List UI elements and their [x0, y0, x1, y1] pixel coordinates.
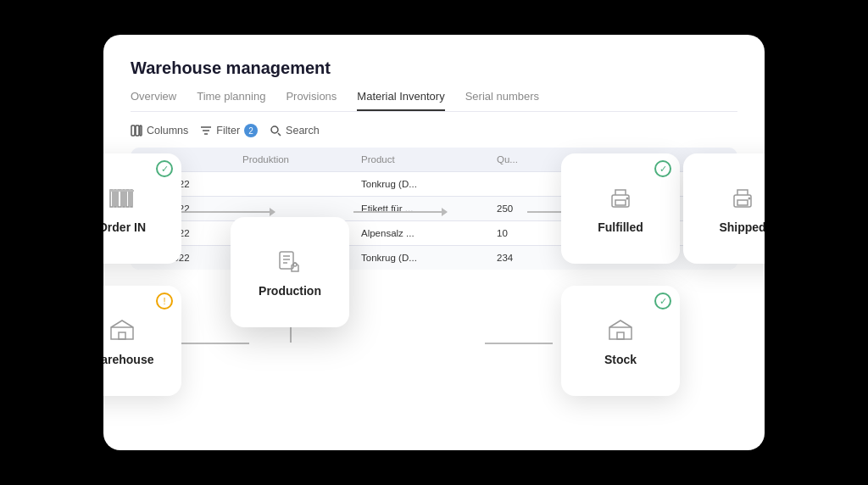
card-stock[interactable]: ✓ Stock: [561, 286, 680, 396]
production-icon: [275, 247, 305, 277]
barcode-icon: [107, 183, 137, 214]
columns-label: Columns: [147, 125, 188, 137]
toolbar: Columns Filter 2 Search: [131, 124, 737, 137]
print-icon: [605, 183, 636, 214]
card-fulfilled-label: Fulfilled: [598, 220, 643, 234]
cell-product: Etikett für ...: [361, 203, 497, 214]
filter-badge: 2: [244, 124, 258, 137]
svg-rect-15: [615, 200, 626, 205]
cell-qty: 250: [497, 203, 565, 214]
col-product: Product: [361, 154, 497, 164]
svg-rect-10: [110, 190, 134, 192]
cell-qty: [497, 179, 565, 189]
shipped-print-icon: [727, 183, 758, 214]
card-warehouse[interactable]: ! Warehouse: [103, 286, 181, 396]
col-produktion: Produktion: [242, 154, 361, 164]
card-order-in-label: Order IN: [103, 220, 146, 234]
svg-rect-8: [126, 190, 129, 207]
connector-line: [181, 343, 249, 344]
card-stock-label: Stock: [604, 353, 637, 366]
columns-button[interactable]: Columns: [131, 125, 188, 137]
tabs-nav: Overview Time planning Provisions Materi…: [131, 90, 737, 112]
status-badge-fulfilled: ✓: [654, 160, 671, 177]
svg-rect-11: [119, 332, 125, 339]
svg-rect-4: [110, 190, 113, 207]
search-button[interactable]: Search: [270, 125, 320, 137]
svg-point-20: [748, 198, 751, 200]
card-production[interactable]: Production: [231, 217, 349, 327]
svg-rect-1: [136, 125, 139, 136]
svg-point-3: [271, 126, 278, 133]
cell-prod: [242, 179, 361, 189]
status-badge-order-in: ✓: [156, 160, 173, 177]
card-shipped-label: Shipped: [719, 220, 765, 234]
svg-rect-17: [617, 332, 624, 339]
svg-rect-5: [114, 190, 116, 207]
col-qty: Qu...: [497, 154, 565, 164]
tab-overview[interactable]: Overview: [131, 90, 176, 111]
card-warehouse-label: Warehouse: [103, 353, 153, 366]
filter-label: Filter: [216, 125, 240, 137]
filter-button[interactable]: Filter 2: [200, 124, 258, 137]
page-title: Warehouse management: [131, 59, 737, 78]
tab-serial-numbers[interactable]: Serial numbers: [465, 90, 539, 111]
search-label: Search: [286, 125, 320, 137]
tab-provisions[interactable]: Provisions: [286, 90, 337, 111]
cell-product: Tonkrug (D...: [361, 253, 497, 263]
svg-rect-6: [118, 190, 121, 207]
cell-qty: 234: [497, 253, 565, 263]
stock-warehouse-icon: [605, 315, 636, 346]
svg-rect-7: [123, 190, 125, 207]
main-card: Warehouse management Overview Time plann…: [103, 35, 765, 450]
svg-rect-0: [131, 125, 135, 136]
card-order-in[interactable]: ✓ Order IN: [103, 153, 181, 264]
svg-point-16: [626, 198, 629, 200]
warehouse-icon: [107, 315, 137, 346]
svg-rect-2: [140, 125, 142, 136]
svg-point-13: [293, 263, 297, 266]
svg-rect-9: [131, 190, 132, 207]
svg-rect-19: [737, 200, 748, 205]
cell-product: Alpensalz ...: [361, 228, 497, 238]
card-shipped[interactable]: ✓ Shipped: [683, 153, 765, 264]
tab-material-inventory[interactable]: Material Inventory: [357, 90, 444, 111]
cell-qty: 10: [497, 228, 565, 238]
card-fulfilled[interactable]: ✓ Fulfilled: [561, 153, 680, 264]
connector-line: [485, 343, 553, 344]
status-badge-stock: ✓: [654, 293, 671, 309]
tab-time-planning[interactable]: Time planning: [197, 90, 265, 111]
card-production-label: Production: [259, 284, 321, 298]
status-badge-warehouse: !: [156, 293, 173, 309]
cell-prod: [242, 203, 361, 214]
cell-product: Tonkrug (D...: [361, 179, 497, 189]
